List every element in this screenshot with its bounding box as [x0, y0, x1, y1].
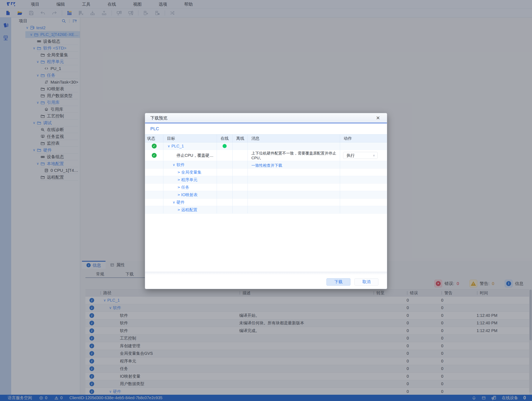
offline-cell	[233, 142, 248, 150]
target-cell: PLC_1	[163, 142, 217, 150]
offline-cell	[233, 176, 248, 183]
offline-cell	[233, 161, 248, 168]
download-preview-dialog: 下载预览 ✕ PLC 状态目标在线离线消息动作 ✓ PLC_1	[145, 113, 387, 289]
offline-cell	[233, 199, 248, 206]
action-cell: ∨	[340, 142, 387, 150]
dialog-column-header: 状态	[145, 134, 163, 142]
target-label: 全局变量集	[181, 169, 202, 175]
message-cell	[248, 199, 340, 206]
expand-arrow[interactable]	[177, 177, 181, 182]
target-cell: 硬件	[163, 199, 217, 206]
cancel-button[interactable]: 取消	[355, 278, 378, 286]
message-cell	[248, 191, 340, 198]
target-label: IO映射表	[181, 192, 198, 198]
download-item-row[interactable]: ✓ PLC_1	[145, 142, 387, 150]
action-cell: ∨	[340, 199, 387, 206]
success-check-icon: ✓	[152, 153, 157, 158]
action-select[interactable]: 执行 ∨	[343, 152, 378, 159]
expand-arrow[interactable]	[177, 207, 181, 212]
download-item-row[interactable]: ✓ 软件 一致性检查并下载	[145, 161, 387, 169]
offline-cell	[233, 169, 248, 176]
target-label: 硬件	[177, 200, 185, 205]
action-cell: ∨	[340, 191, 387, 198]
expand-arrow[interactable]	[177, 169, 181, 175]
expand-arrow[interactable]	[177, 192, 181, 197]
target-cell: 远程配置	[163, 206, 217, 213]
expand-arrow[interactable]	[171, 163, 177, 167]
target-label: 停止CPU，覆盖硬件...	[177, 153, 217, 158]
dialog-column-header: 动作	[340, 134, 387, 142]
action-cell: 执行 ∨	[340, 150, 387, 161]
offline-cell	[233, 191, 248, 198]
target-label: PLC_1	[171, 144, 184, 149]
expand-arrow[interactable]	[171, 200, 177, 204]
action-cell: ∨	[340, 169, 387, 176]
message-cell	[248, 206, 340, 213]
target-label: 任务	[181, 185, 189, 190]
chevron-down-icon: ∨	[373, 154, 375, 157]
target-cell: 程序单元	[163, 176, 217, 183]
dialog-column-header: 消息	[248, 134, 340, 142]
message-cell	[248, 176, 340, 183]
target-cell: 任务	[163, 184, 217, 191]
dialog-table-header: 状态目标在线离线消息动作	[145, 134, 387, 142]
dialog-column-header: 目标	[163, 134, 217, 142]
success-check-icon: ✓	[152, 144, 157, 149]
download-item-row[interactable]: ✓ 程序单元	[145, 176, 387, 184]
dialog-title-bar[interactable]: 下载预览 ✕	[145, 113, 387, 123]
dialog-close-button[interactable]: ✕	[374, 115, 382, 121]
target-cell: 软件	[163, 161, 217, 168]
action-cell: ∨	[340, 184, 387, 191]
message-cell	[248, 169, 340, 176]
dialog-column-header: 离线	[233, 134, 248, 142]
target-cell: 全局变量集	[163, 169, 217, 176]
dialog-column-header: 在线	[217, 134, 233, 142]
online-indicator	[222, 144, 227, 148]
message-cell	[248, 142, 340, 150]
dialog-section-label: PLC	[145, 123, 387, 134]
message-text: 上下位机硬件配置不一致，需要覆盖原配置并停止CPU。	[251, 151, 336, 160]
offline-cell	[233, 150, 248, 161]
action-value: 执行	[347, 153, 355, 158]
download-item-row[interactable]: ✓ 远程配置	[145, 206, 387, 213]
download-item-row[interactable]: ✓ 任务	[145, 184, 387, 191]
dialog-table-rows: ✓ PLC_1	[145, 142, 387, 213]
app-window: 项目编辑工具在线视图选项帮助	[0, 0, 532, 401]
target-cell: IO映射表	[163, 191, 217, 198]
offline-cell	[233, 206, 248, 213]
download-item-row[interactable]: ✓ 停止CPU，覆盖硬件... 上下位机硬件配置不一致，需要覆盖原配置并停止CP…	[145, 150, 387, 161]
message-cell: 一致性检查并下载	[248, 161, 340, 168]
offline-cell	[233, 184, 248, 191]
download-item-row[interactable]: ✓ 硬件	[145, 199, 387, 206]
download-item-row[interactable]: ✓ 全局变量集	[145, 169, 387, 176]
action-cell: ∨	[340, 176, 387, 183]
download-button[interactable]: 下载	[326, 278, 350, 286]
target-cell: 停止CPU，覆盖硬件...	[163, 150, 217, 161]
consistency-check-link[interactable]: 一致性检查并下载	[251, 163, 282, 168]
download-item-row[interactable]: ✓ IO映射表	[145, 191, 387, 199]
expand-arrow[interactable]	[166, 144, 171, 148]
expand-arrow[interactable]	[177, 185, 181, 190]
target-label: 程序单元	[181, 177, 197, 182]
action-cell: ∨	[340, 206, 387, 213]
dialog-title: 下载预览	[150, 115, 374, 121]
message-cell	[248, 184, 340, 191]
action-cell: ∨	[340, 161, 387, 168]
target-label: 远程配置	[181, 207, 197, 213]
dialog-footer: 下载 取消	[145, 275, 387, 289]
message-cell: 上下位机硬件配置不一致，需要覆盖原配置并停止CPU。	[248, 150, 340, 161]
target-label: 软件	[177, 162, 185, 168]
